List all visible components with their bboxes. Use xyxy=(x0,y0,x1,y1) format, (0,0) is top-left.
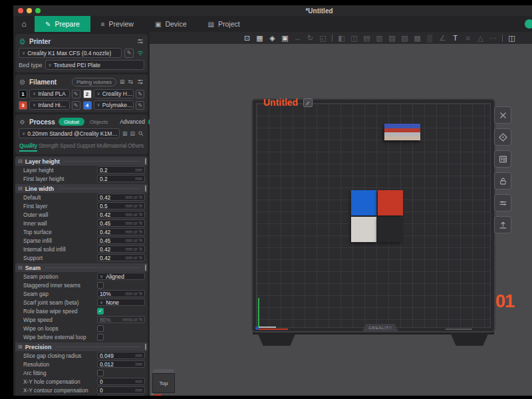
scope-objects-button[interactable]: Objects xyxy=(88,118,113,126)
edit-filament-icon[interactable]: ✎ xyxy=(72,101,80,110)
tab-device[interactable]: ▣Device xyxy=(144,16,198,32)
viewport-3d[interactable]: ⊡▦◈▣↔↻◱◧◫▤▥▨▧▩▒∠T≡△⋯◫ Untitled CREALITY xyxy=(150,32,532,396)
edit-filament-icon[interactable]: ✎ xyxy=(72,90,80,98)
model-square-0[interactable] xyxy=(351,190,376,215)
search-settings-icon[interactable] xyxy=(138,130,144,137)
first-layer-input[interactable]: 0.5mm or % xyxy=(97,202,145,209)
filament-color-swatch[interactable]: 4 xyxy=(83,101,92,110)
expand-section-icon[interactable]: ⊞ xyxy=(18,344,23,350)
edit-filament-icon[interactable]: ✎ xyxy=(136,101,144,110)
edit-filament-icon[interactable]: ✎ xyxy=(136,90,144,98)
bed-type-select[interactable]: ∨ Textured PEI Plate xyxy=(45,60,144,70)
view-cube-label: Top xyxy=(152,373,175,393)
seam-position-select[interactable]: ∨Aligned xyxy=(97,273,145,280)
export-plate-button[interactable] xyxy=(494,216,511,233)
filament-color-swatch[interactable]: 3 xyxy=(19,101,27,110)
section-header-line-width[interactable]: ⊟Line width xyxy=(15,184,148,193)
expand-section-icon[interactable]: ⊟ xyxy=(18,158,23,164)
process-tab-multimaterial[interactable]: Multimaterial xyxy=(96,142,126,152)
process-preset-select[interactable]: ∨ 0.20mm Standard @Creality K1Max (0.4 .… xyxy=(19,128,120,138)
add-model-icon[interactable]: ⊡ xyxy=(241,33,253,43)
wipe-speed-input[interactable]: 80%mm/s or % xyxy=(97,316,145,323)
save-preset-icon[interactable]: ⊞ xyxy=(122,130,128,137)
printer-connection-icon[interactable] xyxy=(136,49,144,57)
text-tool-icon[interactable]: T xyxy=(450,33,461,43)
scarf-joint-seam-beta-select[interactable]: ∨None xyxy=(97,299,145,306)
printer-select[interactable]: ∨ Creality K1 Max CFS (0.4 nozzle) xyxy=(19,48,122,58)
zoom-window-button[interactable] xyxy=(35,8,41,13)
delete-preset-icon[interactable]: ⊟ xyxy=(130,130,135,137)
filament-select[interactable]: ∨Inland High Spee... xyxy=(29,100,70,110)
model-square-2[interactable] xyxy=(351,217,376,242)
tab-preview[interactable]: ≡Preview xyxy=(90,16,144,32)
outer-wall-input[interactable]: 0.42mm or % xyxy=(97,211,145,218)
role-base-wipe-speed-checkbox[interactable]: ✓ xyxy=(97,308,104,315)
elephant-foot-compensation-input[interactable]: 0.15mm xyxy=(97,395,145,396)
expand-section-icon[interactable]: ⊟ xyxy=(18,186,23,192)
axis-mark xyxy=(259,327,276,328)
scope-global-button[interactable]: Global xyxy=(59,118,84,126)
printer-settings-icon[interactable] xyxy=(136,37,144,45)
filament-color-swatch[interactable]: 2 xyxy=(83,90,92,98)
expand-section-icon[interactable]: ⊟ xyxy=(18,265,23,271)
section-header-precision[interactable]: ⊞Precision xyxy=(15,342,148,351)
sync-filament-icon[interactable]: ⇆ xyxy=(128,78,133,85)
plating-volumes-button[interactable]: Plating volumes xyxy=(72,78,116,86)
section-header-seam[interactable]: ⊟Seam xyxy=(15,263,148,272)
top-surface-input[interactable]: 0.42mm or % xyxy=(97,228,145,235)
internal-solid-infill-input[interactable]: 0.42mm or % xyxy=(97,245,145,253)
minimize-window-button[interactable] xyxy=(27,8,32,13)
object-list-button[interactable] xyxy=(494,150,511,168)
filament-settings-icon[interactable] xyxy=(136,78,144,86)
arrange-icon[interactable]: ▦ xyxy=(254,33,265,43)
staggered-inner-seams-checkbox[interactable] xyxy=(97,282,104,289)
auto-orient-icon[interactable]: ◈ xyxy=(267,33,278,43)
process-tab-quality[interactable]: Quality xyxy=(19,142,37,152)
support-input[interactable]: 0.42mm or % xyxy=(97,254,145,261)
lock-plate-button[interactable] xyxy=(494,172,511,190)
wipe-on-loops-checkbox[interactable] xyxy=(97,325,104,332)
model-square-1[interactable] xyxy=(378,190,403,215)
resolution-input[interactable]: 0.012mm xyxy=(97,360,145,368)
view-cube[interactable]: Top xyxy=(152,369,175,393)
auto-orient-plate-button[interactable]: A xyxy=(494,128,511,146)
inner-wall-input[interactable]: 0.45mm or % xyxy=(97,219,145,227)
slice-gap-closing-radius-input[interactable]: 0.049mm xyxy=(97,352,145,359)
model-squares-group[interactable] xyxy=(351,190,403,242)
first-layer-height-input[interactable]: 0.2mm xyxy=(97,175,145,182)
process-tab-speed[interactable]: Speed xyxy=(60,142,75,152)
section-header-layer-height[interactable]: ⊟Layer height xyxy=(15,157,148,166)
process-tab-others[interactable]: Others xyxy=(128,142,144,152)
edit-printer-icon[interactable]: ✎ xyxy=(124,49,134,58)
close-window-button[interactable] xyxy=(18,8,23,13)
edit-plate-name-icon[interactable] xyxy=(303,98,313,107)
tab-prepare[interactable]: ✎Prepare xyxy=(35,16,90,32)
filament-select[interactable]: ∨Creality Hyper PLA xyxy=(94,89,134,98)
model-striped-bar[interactable] xyxy=(384,124,420,140)
home-button[interactable]: ⌂ xyxy=(19,19,29,29)
clear-plate-button[interactable] xyxy=(494,106,511,124)
layer-height-input[interactable]: 0.2mm xyxy=(97,166,145,174)
x-y-contour-compensation-input[interactable]: 0mm xyxy=(97,386,145,394)
wipe-before-external-loop-checkbox[interactable] xyxy=(97,334,104,340)
model-square-3[interactable] xyxy=(378,217,403,242)
add-filament-icon[interactable]: ⊞ xyxy=(120,78,125,85)
default-input[interactable]: 0.42mm or % xyxy=(97,194,145,201)
screen: *Untitled ⌂ ✎Prepare≡Preview▣Device▤Proj… xyxy=(0,0,532,399)
filament-select[interactable]: ∨Polymaker HT-PLA xyxy=(94,100,134,110)
filament-select[interactable]: ∨Inland PLA xyxy=(29,89,70,98)
seam-gap-input[interactable]: 10%mm or % xyxy=(97,290,145,297)
process-tab-support[interactable]: Support xyxy=(76,142,95,152)
user-avatar[interactable] xyxy=(525,19,532,29)
sparse-infill-input[interactable]: 0.45mm or % xyxy=(97,237,145,244)
tab-project[interactable]: ▤Project xyxy=(198,16,251,32)
build-plate[interactable]: Untitled CREALITY xyxy=(251,98,495,332)
x-y-hole-compensation-input[interactable]: 0mm xyxy=(97,378,145,385)
process-tab-strength[interactable]: Strength xyxy=(39,142,59,152)
add-image-icon[interactable]: ▣ xyxy=(279,33,291,43)
plate-settings-button[interactable] xyxy=(494,194,511,211)
filament-color-swatch[interactable]: 1 xyxy=(19,90,27,98)
arc-fitting-checkbox[interactable] xyxy=(97,370,104,376)
split-window-icon[interactable]: ◫ xyxy=(506,33,517,43)
cut-icon: ◫ xyxy=(348,33,360,43)
